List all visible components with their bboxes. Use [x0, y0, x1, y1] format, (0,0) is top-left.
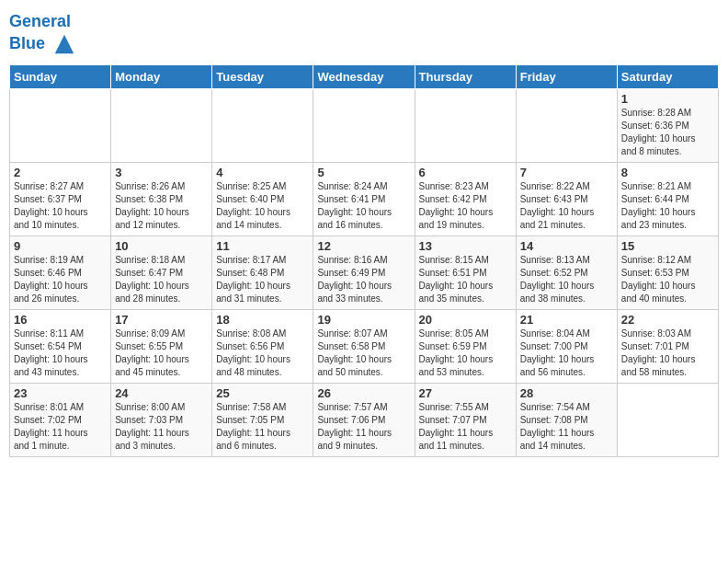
cell-day-number: 1 [621, 92, 714, 106]
calendar-week-4: 23Sunrise: 8:01 AM Sunset: 7:02 PM Dayli… [10, 383, 719, 456]
cell-info: Sunrise: 8:22 AM Sunset: 6:43 PM Dayligh… [520, 180, 613, 232]
cell-info: Sunrise: 7:57 AM Sunset: 7:06 PM Dayligh… [317, 401, 410, 453]
cell-info: Sunrise: 7:54 AM Sunset: 7:08 PM Dayligh… [520, 401, 613, 453]
cell-day-number: 15 [621, 239, 714, 253]
cell-info: Sunrise: 8:21 AM Sunset: 6:44 PM Dayligh… [621, 180, 714, 232]
cell-day-number: 6 [419, 166, 512, 179]
weekday-friday: Friday [516, 64, 617, 88]
logo-icon [51, 31, 77, 57]
calendar-week-2: 9Sunrise: 8:19 AM Sunset: 6:46 PM Daylig… [10, 236, 719, 309]
calendar-cell: 27Sunrise: 7:55 AM Sunset: 7:07 PM Dayli… [415, 383, 516, 456]
calendar-cell: 26Sunrise: 7:57 AM Sunset: 7:06 PM Dayli… [313, 383, 415, 456]
calendar-cell: 15Sunrise: 8:12 AM Sunset: 6:53 PM Dayli… [617, 236, 718, 309]
cell-info: Sunrise: 8:27 AM Sunset: 6:37 PM Dayligh… [14, 180, 107, 232]
cell-day-number: 10 [115, 239, 208, 253]
calendar-cell: 14Sunrise: 8:13 AM Sunset: 6:52 PM Dayli… [516, 236, 617, 309]
calendar-cell: 23Sunrise: 8:01 AM Sunset: 7:02 PM Dayli… [10, 383, 111, 456]
calendar-cell: 16Sunrise: 8:11 AM Sunset: 6:54 PM Dayli… [10, 309, 111, 383]
cell-info: Sunrise: 8:07 AM Sunset: 6:58 PM Dayligh… [317, 327, 410, 379]
calendar-cell: 4Sunrise: 8:25 AM Sunset: 6:40 PM Daylig… [212, 162, 313, 236]
calendar-cell: 13Sunrise: 8:15 AM Sunset: 6:51 PM Dayli… [415, 236, 516, 309]
cell-day-number: 11 [216, 239, 309, 253]
cell-day-number: 7 [520, 166, 613, 179]
calendar-body: 1Sunrise: 8:28 AM Sunset: 6:36 PM Daylig… [10, 88, 719, 456]
calendar-cell: 7Sunrise: 8:22 AM Sunset: 6:43 PM Daylig… [516, 162, 617, 236]
calendar-cell: 1Sunrise: 8:28 AM Sunset: 6:36 PM Daylig… [617, 88, 718, 162]
calendar-cell [415, 88, 516, 162]
calendar-cell: 8Sunrise: 8:21 AM Sunset: 6:44 PM Daylig… [617, 162, 718, 236]
weekday-tuesday: Tuesday [212, 64, 313, 88]
cell-day-number: 19 [317, 313, 410, 327]
weekday-saturday: Saturday [617, 64, 718, 88]
calendar-cell: 19Sunrise: 8:07 AM Sunset: 6:58 PM Dayli… [313, 309, 415, 383]
cell-info: Sunrise: 7:58 AM Sunset: 7:05 PM Dayligh… [216, 401, 309, 453]
weekday-monday: Monday [111, 64, 212, 88]
cell-info: Sunrise: 8:00 AM Sunset: 7:03 PM Dayligh… [115, 401, 208, 453]
logo-general: General [9, 12, 71, 30]
cell-info: Sunrise: 8:13 AM Sunset: 6:52 PM Dayligh… [520, 254, 613, 305]
calendar-cell: 25Sunrise: 7:58 AM Sunset: 7:05 PM Dayli… [212, 383, 313, 456]
cell-day-number: 12 [317, 239, 410, 253]
cell-day-number: 27 [419, 386, 512, 400]
calendar-cell: 2Sunrise: 8:27 AM Sunset: 6:37 PM Daylig… [10, 162, 111, 236]
cell-day-number: 23 [14, 386, 107, 400]
calendar-cell: 10Sunrise: 8:18 AM Sunset: 6:47 PM Dayli… [111, 236, 212, 309]
calendar-week-1: 2Sunrise: 8:27 AM Sunset: 6:37 PM Daylig… [10, 162, 719, 236]
cell-day-number: 5 [317, 166, 410, 179]
calendar-cell [313, 88, 415, 162]
calendar-cell: 11Sunrise: 8:17 AM Sunset: 6:48 PM Dayli… [212, 236, 313, 309]
cell-info: Sunrise: 8:01 AM Sunset: 7:02 PM Dayligh… [14, 401, 107, 453]
page-header: General Blue [9, 9, 719, 57]
cell-info: Sunrise: 8:05 AM Sunset: 6:59 PM Dayligh… [419, 327, 512, 379]
cell-day-number: 3 [115, 166, 208, 179]
calendar-cell: 5Sunrise: 8:24 AM Sunset: 6:41 PM Daylig… [313, 162, 415, 236]
calendar-cell: 21Sunrise: 8:04 AM Sunset: 7:00 PM Dayli… [516, 309, 617, 383]
calendar-week-0: 1Sunrise: 8:28 AM Sunset: 6:36 PM Daylig… [10, 88, 719, 162]
cell-day-number: 13 [419, 239, 512, 253]
calendar-header: SundayMondayTuesdayWednesdayThursdayFrid… [10, 64, 719, 88]
cell-info: Sunrise: 8:28 AM Sunset: 6:36 PM Dayligh… [621, 107, 714, 158]
cell-day-number: 8 [621, 166, 714, 179]
calendar-cell: 17Sunrise: 8:09 AM Sunset: 6:55 PM Dayli… [111, 309, 212, 383]
weekday-header-row: SundayMondayTuesdayWednesdayThursdayFrid… [10, 64, 719, 88]
cell-day-number: 2 [14, 166, 107, 179]
calendar-table: SundayMondayTuesdayWednesdayThursdayFrid… [9, 64, 719, 457]
weekday-sunday: Sunday [10, 64, 111, 88]
cell-day-number: 17 [115, 313, 208, 327]
cell-day-number: 14 [520, 239, 613, 253]
cell-info: Sunrise: 8:11 AM Sunset: 6:54 PM Dayligh… [14, 327, 107, 379]
cell-day-number: 20 [419, 313, 512, 327]
cell-info: Sunrise: 8:24 AM Sunset: 6:41 PM Dayligh… [317, 180, 410, 232]
cell-day-number: 4 [216, 166, 309, 179]
cell-day-number: 16 [14, 313, 107, 327]
cell-info: Sunrise: 8:19 AM Sunset: 6:46 PM Dayligh… [14, 254, 107, 305]
cell-day-number: 26 [317, 386, 410, 400]
weekday-wednesday: Wednesday [313, 64, 415, 88]
calendar-cell [10, 88, 111, 162]
calendar-cell [516, 88, 617, 162]
calendar-cell [617, 383, 718, 456]
calendar-cell: 12Sunrise: 8:16 AM Sunset: 6:49 PM Dayli… [313, 236, 415, 309]
calendar-cell: 20Sunrise: 8:05 AM Sunset: 6:59 PM Dayli… [415, 309, 516, 383]
svg-marker-0 [55, 35, 74, 54]
calendar-week-3: 16Sunrise: 8:11 AM Sunset: 6:54 PM Dayli… [10, 309, 719, 383]
cell-info: Sunrise: 8:16 AM Sunset: 6:49 PM Dayligh… [317, 254, 410, 305]
calendar-cell: 6Sunrise: 8:23 AM Sunset: 6:42 PM Daylig… [415, 162, 516, 236]
cell-info: Sunrise: 8:25 AM Sunset: 6:40 PM Dayligh… [216, 180, 309, 232]
logo: General Blue [9, 13, 77, 57]
cell-info: Sunrise: 8:18 AM Sunset: 6:47 PM Dayligh… [115, 254, 208, 305]
cell-day-number: 21 [520, 313, 613, 327]
weekday-thursday: Thursday [415, 64, 516, 88]
cell-info: Sunrise: 8:04 AM Sunset: 7:00 PM Dayligh… [520, 327, 613, 379]
cell-day-number: 22 [621, 313, 714, 327]
cell-day-number: 25 [216, 386, 309, 400]
calendar-cell: 28Sunrise: 7:54 AM Sunset: 7:08 PM Dayli… [516, 383, 617, 456]
cell-info: Sunrise: 8:08 AM Sunset: 6:56 PM Dayligh… [216, 327, 309, 379]
cell-info: Sunrise: 8:03 AM Sunset: 7:01 PM Dayligh… [621, 327, 714, 379]
calendar-cell: 22Sunrise: 8:03 AM Sunset: 7:01 PM Dayli… [617, 309, 718, 383]
logo-blue: Blue [9, 34, 45, 52]
calendar-cell [212, 88, 313, 162]
cell-info: Sunrise: 7:55 AM Sunset: 7:07 PM Dayligh… [419, 401, 512, 453]
cell-day-number: 9 [14, 239, 107, 253]
cell-info: Sunrise: 8:12 AM Sunset: 6:53 PM Dayligh… [621, 254, 714, 305]
